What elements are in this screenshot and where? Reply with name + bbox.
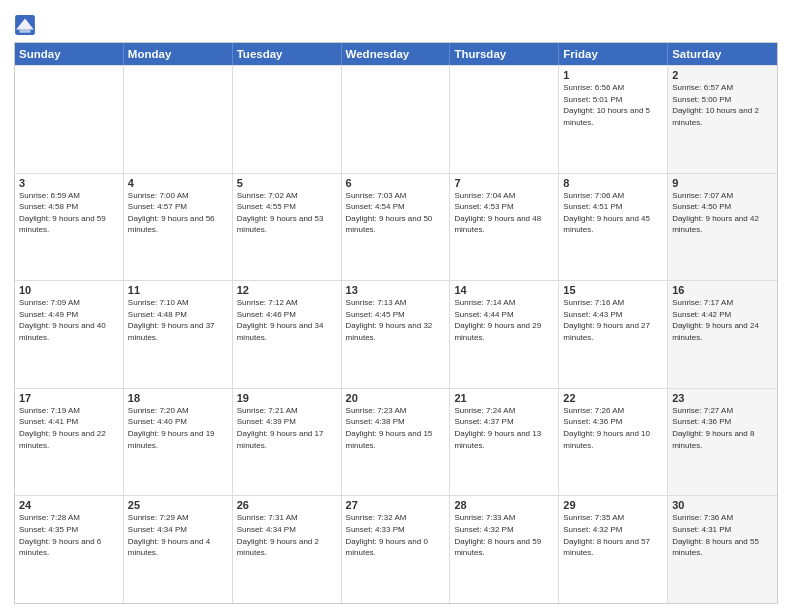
day-info: Sunrise: 7:31 AM Sunset: 4:34 PM Dayligh… xyxy=(237,512,337,558)
day-info: Sunrise: 7:20 AM Sunset: 4:40 PM Dayligh… xyxy=(128,405,228,451)
day-number: 29 xyxy=(563,499,663,511)
calendar-cell: 5Sunrise: 7:02 AM Sunset: 4:55 PM Daylig… xyxy=(233,174,342,281)
day-info: Sunrise: 7:26 AM Sunset: 4:36 PM Dayligh… xyxy=(563,405,663,451)
day-info: Sunrise: 7:02 AM Sunset: 4:55 PM Dayligh… xyxy=(237,190,337,236)
calendar-cell: 12Sunrise: 7:12 AM Sunset: 4:46 PM Dayli… xyxy=(233,281,342,388)
day-number: 4 xyxy=(128,177,228,189)
day-info: Sunrise: 7:24 AM Sunset: 4:37 PM Dayligh… xyxy=(454,405,554,451)
calendar-header-cell: Thursday xyxy=(450,43,559,65)
day-info: Sunrise: 7:21 AM Sunset: 4:39 PM Dayligh… xyxy=(237,405,337,451)
calendar-row: 24Sunrise: 7:28 AM Sunset: 4:35 PM Dayli… xyxy=(15,495,777,603)
day-number: 23 xyxy=(672,392,773,404)
calendar-header-cell: Saturday xyxy=(668,43,777,65)
day-number: 6 xyxy=(346,177,446,189)
calendar-header-cell: Monday xyxy=(124,43,233,65)
calendar-cell xyxy=(15,66,124,173)
day-number: 5 xyxy=(237,177,337,189)
calendar-cell: 17Sunrise: 7:19 AM Sunset: 4:41 PM Dayli… xyxy=(15,389,124,496)
calendar-cell: 21Sunrise: 7:24 AM Sunset: 4:37 PM Dayli… xyxy=(450,389,559,496)
day-number: 18 xyxy=(128,392,228,404)
page: SundayMondayTuesdayWednesdayThursdayFrid… xyxy=(0,0,792,612)
day-number: 24 xyxy=(19,499,119,511)
calendar-cell: 15Sunrise: 7:16 AM Sunset: 4:43 PM Dayli… xyxy=(559,281,668,388)
day-number: 2 xyxy=(672,69,773,81)
calendar-cell: 3Sunrise: 6:59 AM Sunset: 4:58 PM Daylig… xyxy=(15,174,124,281)
calendar-header-row: SundayMondayTuesdayWednesdayThursdayFrid… xyxy=(15,43,777,65)
calendar-cell: 6Sunrise: 7:03 AM Sunset: 4:54 PM Daylig… xyxy=(342,174,451,281)
calendar-cell: 8Sunrise: 7:06 AM Sunset: 4:51 PM Daylig… xyxy=(559,174,668,281)
day-info: Sunrise: 6:59 AM Sunset: 4:58 PM Dayligh… xyxy=(19,190,119,236)
day-info: Sunrise: 6:56 AM Sunset: 5:01 PM Dayligh… xyxy=(563,82,663,128)
calendar-cell: 2Sunrise: 6:57 AM Sunset: 5:00 PM Daylig… xyxy=(668,66,777,173)
calendar-cell: 16Sunrise: 7:17 AM Sunset: 4:42 PM Dayli… xyxy=(668,281,777,388)
calendar-cell: 22Sunrise: 7:26 AM Sunset: 4:36 PM Dayli… xyxy=(559,389,668,496)
day-info: Sunrise: 7:33 AM Sunset: 4:32 PM Dayligh… xyxy=(454,512,554,558)
day-number: 10 xyxy=(19,284,119,296)
calendar-cell: 25Sunrise: 7:29 AM Sunset: 4:34 PM Dayli… xyxy=(124,496,233,603)
day-info: Sunrise: 7:00 AM Sunset: 4:57 PM Dayligh… xyxy=(128,190,228,236)
calendar-header-cell: Tuesday xyxy=(233,43,342,65)
day-number: 1 xyxy=(563,69,663,81)
day-info: Sunrise: 6:57 AM Sunset: 5:00 PM Dayligh… xyxy=(672,82,773,128)
calendar-cell xyxy=(450,66,559,173)
calendar-cell: 4Sunrise: 7:00 AM Sunset: 4:57 PM Daylig… xyxy=(124,174,233,281)
day-info: Sunrise: 7:14 AM Sunset: 4:44 PM Dayligh… xyxy=(454,297,554,343)
calendar-cell: 30Sunrise: 7:36 AM Sunset: 4:31 PM Dayli… xyxy=(668,496,777,603)
day-info: Sunrise: 7:03 AM Sunset: 4:54 PM Dayligh… xyxy=(346,190,446,236)
calendar-cell: 26Sunrise: 7:31 AM Sunset: 4:34 PM Dayli… xyxy=(233,496,342,603)
day-number: 20 xyxy=(346,392,446,404)
calendar-cell: 19Sunrise: 7:21 AM Sunset: 4:39 PM Dayli… xyxy=(233,389,342,496)
day-number: 16 xyxy=(672,284,773,296)
calendar-cell xyxy=(124,66,233,173)
day-info: Sunrise: 7:07 AM Sunset: 4:50 PM Dayligh… xyxy=(672,190,773,236)
calendar-header-cell: Wednesday xyxy=(342,43,451,65)
day-info: Sunrise: 7:17 AM Sunset: 4:42 PM Dayligh… xyxy=(672,297,773,343)
calendar-row: 1Sunrise: 6:56 AM Sunset: 5:01 PM Daylig… xyxy=(15,65,777,173)
day-info: Sunrise: 7:23 AM Sunset: 4:38 PM Dayligh… xyxy=(346,405,446,451)
day-number: 9 xyxy=(672,177,773,189)
day-number: 12 xyxy=(237,284,337,296)
calendar-row: 3Sunrise: 6:59 AM Sunset: 4:58 PM Daylig… xyxy=(15,173,777,281)
day-number: 28 xyxy=(454,499,554,511)
day-info: Sunrise: 7:16 AM Sunset: 4:43 PM Dayligh… xyxy=(563,297,663,343)
day-info: Sunrise: 7:28 AM Sunset: 4:35 PM Dayligh… xyxy=(19,512,119,558)
day-number: 14 xyxy=(454,284,554,296)
day-info: Sunrise: 7:19 AM Sunset: 4:41 PM Dayligh… xyxy=(19,405,119,451)
day-number: 30 xyxy=(672,499,773,511)
day-info: Sunrise: 7:10 AM Sunset: 4:48 PM Dayligh… xyxy=(128,297,228,343)
day-number: 15 xyxy=(563,284,663,296)
day-number: 22 xyxy=(563,392,663,404)
day-info: Sunrise: 7:29 AM Sunset: 4:34 PM Dayligh… xyxy=(128,512,228,558)
day-number: 25 xyxy=(128,499,228,511)
day-number: 19 xyxy=(237,392,337,404)
calendar-cell: 11Sunrise: 7:10 AM Sunset: 4:48 PM Dayli… xyxy=(124,281,233,388)
calendar-cell: 14Sunrise: 7:14 AM Sunset: 4:44 PM Dayli… xyxy=(450,281,559,388)
day-number: 13 xyxy=(346,284,446,296)
calendar-cell: 27Sunrise: 7:32 AM Sunset: 4:33 PM Dayli… xyxy=(342,496,451,603)
calendar: SundayMondayTuesdayWednesdayThursdayFrid… xyxy=(14,42,778,604)
calendar-cell: 9Sunrise: 7:07 AM Sunset: 4:50 PM Daylig… xyxy=(668,174,777,281)
day-number: 21 xyxy=(454,392,554,404)
day-number: 8 xyxy=(563,177,663,189)
calendar-cell: 13Sunrise: 7:13 AM Sunset: 4:45 PM Dayli… xyxy=(342,281,451,388)
day-number: 7 xyxy=(454,177,554,189)
calendar-cell: 10Sunrise: 7:09 AM Sunset: 4:49 PM Dayli… xyxy=(15,281,124,388)
day-info: Sunrise: 7:36 AM Sunset: 4:31 PM Dayligh… xyxy=(672,512,773,558)
calendar-cell: 24Sunrise: 7:28 AM Sunset: 4:35 PM Dayli… xyxy=(15,496,124,603)
calendar-cell: 23Sunrise: 7:27 AM Sunset: 4:36 PM Dayli… xyxy=(668,389,777,496)
calendar-header-cell: Friday xyxy=(559,43,668,65)
day-number: 11 xyxy=(128,284,228,296)
calendar-cell: 18Sunrise: 7:20 AM Sunset: 4:40 PM Dayli… xyxy=(124,389,233,496)
day-info: Sunrise: 7:27 AM Sunset: 4:36 PM Dayligh… xyxy=(672,405,773,451)
day-number: 26 xyxy=(237,499,337,511)
calendar-header-cell: Sunday xyxy=(15,43,124,65)
calendar-cell: 29Sunrise: 7:35 AM Sunset: 4:32 PM Dayli… xyxy=(559,496,668,603)
header xyxy=(14,10,778,36)
logo-icon xyxy=(14,14,36,36)
svg-rect-2 xyxy=(20,29,31,32)
day-info: Sunrise: 7:35 AM Sunset: 4:32 PM Dayligh… xyxy=(563,512,663,558)
day-info: Sunrise: 7:13 AM Sunset: 4:45 PM Dayligh… xyxy=(346,297,446,343)
calendar-cell: 7Sunrise: 7:04 AM Sunset: 4:53 PM Daylig… xyxy=(450,174,559,281)
day-number: 27 xyxy=(346,499,446,511)
logo xyxy=(14,14,39,36)
